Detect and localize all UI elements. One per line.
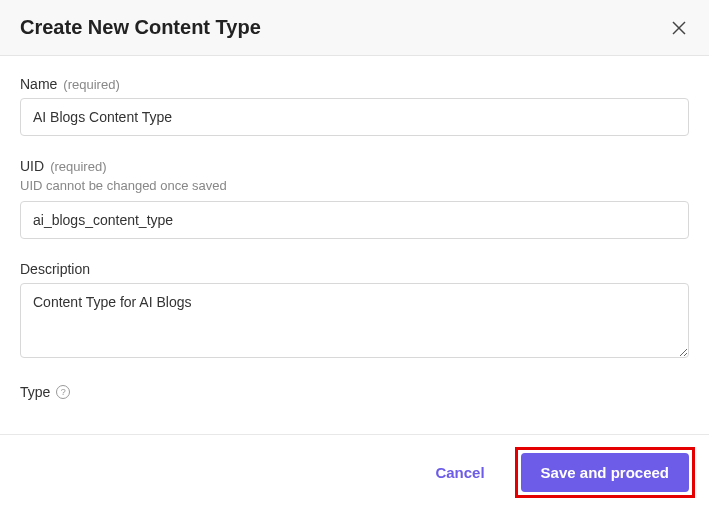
description-field-group: Description bbox=[20, 261, 689, 362]
uid-hint: UID cannot be changed once saved bbox=[20, 178, 689, 193]
help-icon[interactable]: ? bbox=[56, 385, 70, 399]
modal-body: Name (required) UID (required) UID canno… bbox=[0, 56, 709, 441]
uid-label: UID (required) bbox=[20, 158, 689, 174]
description-label: Description bbox=[20, 261, 689, 277]
description-input[interactable] bbox=[20, 283, 689, 358]
uid-field-group: UID (required) UID cannot be changed onc… bbox=[20, 158, 689, 239]
close-icon bbox=[671, 20, 687, 36]
uid-input[interactable] bbox=[20, 201, 689, 239]
close-button[interactable] bbox=[669, 18, 689, 38]
name-input[interactable] bbox=[20, 98, 689, 136]
name-field-group: Name (required) bbox=[20, 76, 689, 136]
modal-body-scroll[interactable]: Name (required) UID (required) UID canno… bbox=[0, 56, 709, 441]
type-label: Type ? bbox=[20, 384, 689, 400]
type-label-text: Type bbox=[20, 384, 50, 400]
save-button-highlight: Save and proceed bbox=[515, 447, 695, 498]
name-required-tag: (required) bbox=[63, 77, 119, 92]
uid-required-tag: (required) bbox=[50, 159, 106, 174]
modal-title: Create New Content Type bbox=[20, 16, 261, 39]
save-and-proceed-button[interactable]: Save and proceed bbox=[521, 453, 689, 492]
type-field-group: Type ? bbox=[20, 384, 689, 400]
name-label-text: Name bbox=[20, 76, 57, 92]
modal-footer: Cancel Save and proceed bbox=[0, 434, 709, 510]
cancel-button[interactable]: Cancel bbox=[417, 452, 502, 493]
name-label: Name (required) bbox=[20, 76, 689, 92]
description-label-text: Description bbox=[20, 261, 90, 277]
uid-label-text: UID bbox=[20, 158, 44, 174]
modal-header: Create New Content Type bbox=[0, 0, 709, 56]
